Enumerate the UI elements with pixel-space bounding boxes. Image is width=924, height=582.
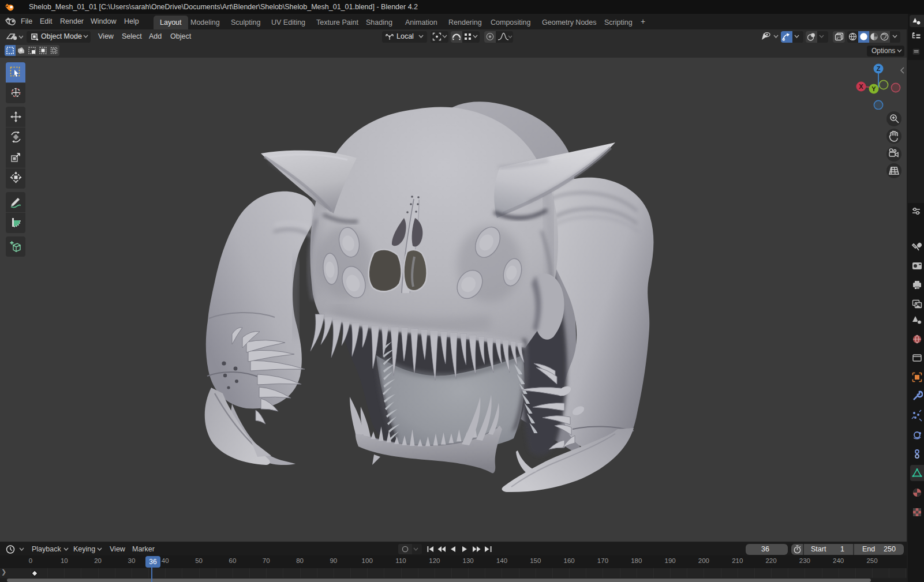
- svg-text:Z: Z: [877, 65, 881, 72]
- svg-text:X: X: [859, 83, 863, 90]
- svg-text:Y: Y: [871, 85, 876, 92]
